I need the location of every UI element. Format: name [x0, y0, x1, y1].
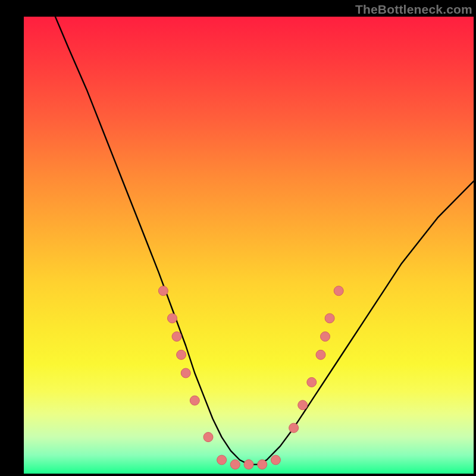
curve-marker	[190, 396, 199, 405]
curve-path	[55, 17, 474, 465]
curve-marker	[217, 455, 227, 465]
curve-marker	[168, 314, 177, 323]
chart-frame: TheBottleneck.com	[0, 0, 476, 476]
curve-marker	[203, 433, 213, 442]
curve-marker	[334, 286, 343, 296]
chart-svg	[24, 17, 474, 474]
curve-marker	[298, 400, 308, 410]
curve-marker	[271, 455, 280, 465]
curve-marker	[258, 460, 267, 469]
chart-plot-area	[24, 17, 474, 474]
curve-marker	[321, 332, 330, 342]
curve-marker	[289, 423, 299, 433]
curve-marker	[172, 332, 181, 342]
curve-marker	[307, 377, 317, 387]
curve-marker	[181, 368, 190, 378]
curve-marker	[316, 350, 325, 359]
curve-marker	[244, 460, 253, 469]
watermark-text: TheBottleneck.com	[355, 2, 472, 17]
curve-marker	[158, 286, 168, 296]
curve-marker	[230, 460, 240, 469]
curve-marker	[177, 350, 186, 359]
curve-markers	[158, 286, 343, 469]
curve-marker	[325, 314, 334, 323]
curve-line	[55, 17, 474, 465]
